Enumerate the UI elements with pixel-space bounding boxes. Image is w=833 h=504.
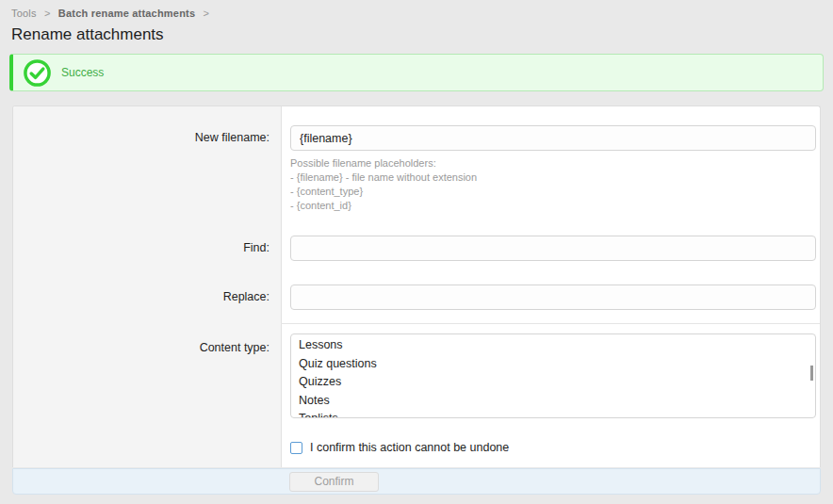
confirm-checkbox[interactable] [290,442,302,454]
breadcrumb-separator: > [204,8,210,19]
content-type-option-toplists[interactable]: Toplists [291,410,815,418]
section-divider [281,323,820,324]
find-row: Find: [13,236,820,261]
alert-message: Success [61,66,104,79]
new-filename-input[interactable] [290,125,816,151]
confirm-checkbox-label: I confirm this action cannot be undone [310,441,509,454]
content-type-option-quizzes[interactable]: Quizzes [291,373,815,392]
check-circle-icon [23,58,52,88]
help-line: - {filename} - file name without extensi… [290,171,816,184]
help-line: Possible filename placeholders: [290,156,816,170]
confirm-button[interactable]: Confirm [289,472,379,492]
content-type-row: Content type: Lessons Quiz questions Qui… [13,333,820,418]
breadcrumb-tools[interactable]: Tools [11,8,37,19]
content-type-listbox[interactable]: Lessons Quiz questions Quizzes Notes Top… [290,333,816,418]
form-footer: Confirm [12,468,821,495]
help-line: - {content_id} [290,199,816,212]
new-filename-row: New filename: [13,125,820,151]
replace-label: Replace: [13,285,281,310]
listbox-scrollbar-thumb[interactable] [810,366,813,381]
content-type-option-quiz-questions[interactable]: Quiz questions [291,355,815,374]
breadcrumb: Tools > Batch rename attachments > [11,8,822,19]
breadcrumb-separator: > [44,8,51,19]
success-alert: Success [9,54,824,91]
content-type-option-lessons[interactable]: Lessons [291,336,815,355]
find-label: Find: [13,236,281,261]
replace-row: Replace: [13,285,820,310]
replace-input[interactable] [290,285,816,310]
breadcrumb-batch-rename-attachments[interactable]: Batch rename attachments [58,8,195,19]
content-type-label: Content type: [13,333,281,418]
page-title: Rename attachments [11,25,822,44]
form-panel: New filename: Possible filename placehol… [12,106,821,467]
find-input[interactable] [290,236,816,261]
help-line: - {content_type} [290,185,816,198]
filename-placeholders-help: Possible filename placeholders: - {filen… [281,156,820,213]
confirm-checkbox-row: I confirm this action cannot be undone [13,441,820,454]
filename-help-row: Possible filename placeholders: - {filen… [13,151,820,213]
page-header: Tools > Batch rename attachments > Renam… [0,0,833,44]
content-type-option-notes[interactable]: Notes [291,392,815,411]
new-filename-label: New filename: [13,125,281,151]
